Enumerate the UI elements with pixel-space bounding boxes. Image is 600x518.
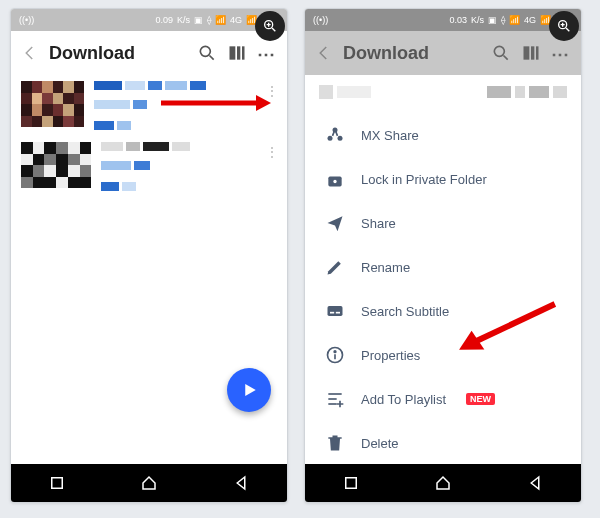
status-speed: K/s	[177, 15, 190, 25]
svg-rect-20	[536, 46, 539, 59]
menu-share[interactable]: Share	[305, 201, 581, 245]
view-icon	[521, 43, 541, 63]
more-icon: ⋯	[551, 43, 571, 63]
nav-recent-icon[interactable]	[342, 474, 360, 492]
svg-point-25	[333, 180, 336, 183]
app-toolbar: Download ⋯	[11, 31, 287, 75]
svg-point-31	[334, 351, 336, 353]
svg-rect-18	[524, 46, 530, 59]
nav-home-icon[interactable]	[140, 474, 158, 492]
svg-rect-11	[52, 478, 63, 489]
svg-marker-36	[459, 329, 489, 357]
nav-back-icon[interactable]	[526, 474, 544, 492]
app-toolbar-dimmed: Download ⋯	[305, 31, 581, 75]
play-fab[interactable]	[227, 368, 271, 412]
selected-item-blur	[305, 75, 581, 113]
nav-back-icon[interactable]	[232, 474, 250, 492]
svg-rect-28	[336, 312, 340, 314]
video-thumb	[21, 142, 91, 188]
nav-recent-icon[interactable]	[48, 474, 66, 492]
menu-label: Rename	[361, 260, 410, 275]
video-title-blur	[101, 142, 277, 191]
page-title: Download	[49, 43, 187, 64]
search-icon[interactable]	[197, 43, 217, 63]
info-icon	[325, 345, 345, 365]
playlist-icon	[325, 389, 345, 409]
zoom-badge[interactable]	[549, 11, 579, 41]
menu-label: Add To Playlist	[361, 392, 446, 407]
status-bar: ((•)) 0.09 K/s ▣⟠📶4G📶 81%	[11, 9, 287, 31]
svg-line-5	[210, 56, 214, 60]
status-time: 0.09	[155, 15, 173, 25]
status-time: 0.03	[449, 15, 467, 25]
svg-point-22	[328, 136, 333, 141]
back-icon[interactable]	[21, 44, 39, 62]
search-icon	[491, 43, 511, 63]
subtitle-icon	[325, 301, 345, 321]
menu-rename[interactable]: Rename	[305, 245, 581, 289]
menu-label: Delete	[361, 436, 399, 451]
menu-delete[interactable]: Delete	[305, 421, 581, 464]
menu-label: Search Subtitle	[361, 304, 449, 319]
context-menu: MX Share Lock in Private Folder Share Re…	[305, 113, 581, 464]
share-icon	[325, 213, 345, 233]
delete-icon	[325, 433, 345, 453]
video-thumb	[21, 81, 84, 127]
status-speed: K/s	[471, 15, 484, 25]
svg-point-23	[338, 136, 343, 141]
svg-rect-8	[242, 46, 245, 59]
lock-icon	[325, 169, 345, 189]
svg-rect-26	[328, 306, 343, 316]
more-icon[interactable]: ⋯	[257, 43, 277, 63]
svg-line-17	[504, 56, 508, 60]
svg-line-35	[472, 283, 555, 364]
menu-label: Lock in Private Folder	[361, 172, 487, 187]
back-icon	[315, 44, 333, 62]
android-navbar	[305, 464, 581, 502]
menu-label: MX Share	[361, 128, 419, 143]
page-title: Download	[343, 43, 481, 64]
view-icon[interactable]	[227, 43, 247, 63]
status-bar: ((•)) 0.03 K/s ▣⟠📶4G📶 81%	[305, 9, 581, 31]
nav-home-icon[interactable]	[434, 474, 452, 492]
menu-lock-private[interactable]: Lock in Private Folder	[305, 157, 581, 201]
mx-share-icon	[325, 125, 345, 145]
phone-right: ((•)) 0.03 K/s ▣⟠📶4G📶 81% Download ⋯	[304, 8, 582, 503]
video-list: ⋮ ⋮	[11, 75, 287, 464]
annotation-arrow	[161, 93, 271, 113]
list-item[interactable]: ⋮	[11, 136, 287, 197]
context-menu-sheet: MX Share Lock in Private Folder Share Re…	[305, 75, 581, 464]
new-badge: NEW	[466, 393, 495, 405]
item-more-icon[interactable]: ⋮	[265, 150, 279, 154]
svg-rect-7	[237, 46, 240, 59]
rename-icon	[325, 257, 345, 277]
svg-rect-19	[531, 46, 534, 59]
svg-point-4	[200, 46, 210, 56]
menu-add-playlist[interactable]: Add To Playlist NEW	[305, 377, 581, 421]
svg-point-16	[494, 46, 504, 56]
svg-rect-37	[346, 478, 357, 489]
menu-label: Share	[361, 216, 396, 231]
svg-marker-10	[256, 95, 271, 111]
svg-line-1	[272, 28, 275, 31]
android-navbar	[11, 464, 287, 502]
svg-rect-27	[330, 312, 334, 314]
zoom-badge[interactable]	[255, 11, 285, 41]
menu-label: Properties	[361, 348, 420, 363]
svg-rect-6	[230, 46, 236, 59]
svg-line-13	[566, 28, 569, 31]
phone-left: ((•)) 0.09 K/s ▣⟠📶4G📶 81% Download ⋯	[10, 8, 288, 503]
menu-mx-share[interactable]: MX Share	[305, 113, 581, 157]
